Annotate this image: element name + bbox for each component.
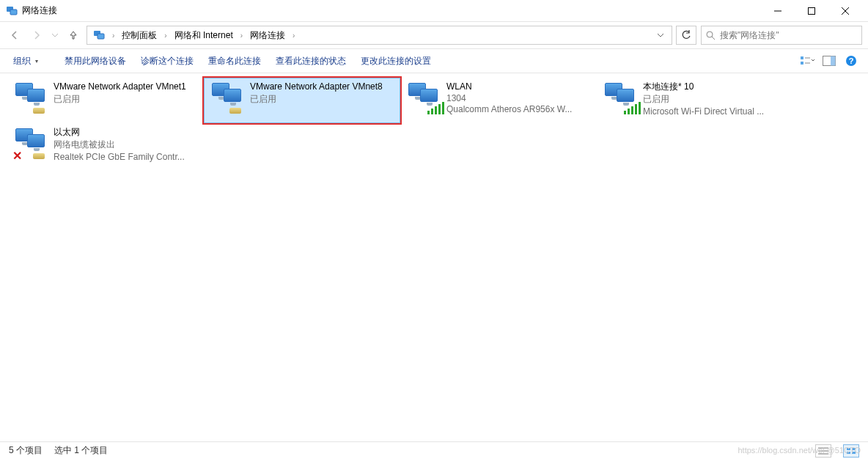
svg-line-9 — [712, 37, 715, 40]
back-button[interactable] — [6, 26, 23, 44]
search-icon — [706, 31, 716, 40]
view-options-button[interactable] — [798, 51, 817, 70]
maximize-button[interactable] — [795, 0, 828, 22]
breadcrumb-item[interactable]: 网络和 Internet — [172, 28, 236, 43]
svg-point-8 — [707, 32, 713, 37]
adapter-item[interactable]: VMware Network Adapter VMnet8已启用 — [204, 78, 400, 123]
adapter-item[interactable]: WLAN1304Qualcomm Atheros AR956x W... — [400, 78, 597, 123]
svg-rect-10 — [801, 56, 803, 59]
adapter-status: 已启用 — [250, 93, 383, 106]
svg-rect-21 — [847, 448, 850, 450]
selected-count: 选中 1 个项目 — [54, 444, 108, 457]
network-adapter-icon — [12, 81, 48, 117]
adapter-item[interactable]: 本地连接* 10已启用Microsoft Wi-Fi Direct Virtua… — [597, 78, 793, 123]
search-box[interactable] — [701, 26, 862, 45]
adapter-name: WLAN — [446, 81, 572, 92]
item-count: 5 个项目 — [9, 444, 43, 457]
svg-rect-22 — [852, 448, 856, 450]
svg-rect-23 — [847, 452, 850, 454]
breadcrumb-item[interactable]: 控制面板 — [119, 28, 160, 43]
minimize-button[interactable] — [761, 0, 795, 22]
address-bar[interactable]: › 控制面板 › 网络和 Internet › 网络连接 › — [87, 26, 672, 45]
adapter-item[interactable]: ✕以太网网络电缆被拔出Realtek PCIe GbE Family Contr… — [7, 123, 204, 169]
change-settings-button[interactable]: 更改此连接的设置 — [355, 52, 437, 70]
svg-text:?: ? — [849, 56, 854, 65]
adapter-name: VMware Network Adapter VMnet1 — [54, 81, 186, 92]
svg-rect-15 — [831, 56, 836, 66]
adapter-status: 网络电缆被拔出 — [54, 139, 185, 151]
command-bar: 组织 禁用此网络设备 诊断这个连接 重命名此连接 查看此连接的状态 更改此连接的… — [0, 48, 868, 73]
adapter-status: 已启用 — [54, 93, 186, 106]
svg-rect-3 — [809, 7, 815, 14]
chevron-right-icon[interactable]: › — [291, 32, 296, 40]
adapter-status: 已启用 — [643, 93, 764, 106]
chevron-right-icon[interactable]: › — [111, 32, 116, 40]
forward-button[interactable] — [28, 26, 45, 44]
network-adapter-icon: ✕ — [12, 127, 48, 162]
navbar: › 控制面板 › 网络和 Internet › 网络连接 › — [0, 22, 868, 48]
help-button[interactable]: ? — [842, 51, 861, 70]
svg-rect-11 — [801, 62, 803, 65]
chevron-right-icon[interactable]: › — [163, 32, 168, 40]
search-input[interactable] — [720, 30, 857, 40]
adapter-detail: Qualcomm Atheros AR956x W... — [446, 104, 572, 114]
location-icon — [93, 29, 105, 41]
details-view-button[interactable] — [815, 444, 831, 458]
network-adapter-icon — [405, 81, 441, 117]
up-button[interactable] — [65, 26, 82, 44]
adapter-detail: Microsoft Wi-Fi Direct Virtual ... — [643, 106, 764, 117]
adapter-list: VMware Network Adapter VMnet1已启用VMware N… — [0, 73, 868, 441]
svg-rect-24 — [852, 452, 856, 454]
adapter-item[interactable]: VMware Network Adapter VMnet1已启用 — [7, 78, 204, 123]
titlebar: 网络连接 — [0, 0, 868, 22]
svg-rect-7 — [98, 34, 104, 39]
window-title: 网络连接 — [22, 4, 761, 17]
diagnose-button[interactable]: 诊断这个连接 — [135, 52, 199, 70]
adapter-detail: Realtek PCIe GbE Family Contr... — [54, 152, 185, 162]
close-button[interactable] — [828, 0, 862, 22]
large-icons-view-button[interactable] — [843, 444, 859, 458]
adapter-name: 以太网 — [54, 127, 185, 138]
network-adapter-icon — [209, 81, 244, 117]
view-status-button[interactable]: 查看此连接的状态 — [270, 52, 352, 70]
rename-button[interactable]: 重命名此连接 — [202, 52, 267, 70]
adapter-status: 1304 — [446, 93, 572, 103]
address-dropdown[interactable] — [652, 32, 669, 39]
adapter-name: VMware Network Adapter VMnet8 — [250, 81, 383, 92]
organize-menu[interactable]: 组织 — [7, 52, 44, 70]
preview-pane-button[interactable] — [820, 51, 839, 70]
network-adapter-icon — [602, 81, 637, 117]
window-buttons — [761, 0, 862, 22]
svg-rect-1 — [10, 10, 17, 15]
recent-dropdown[interactable] — [50, 26, 60, 44]
status-bar: 5 个项目 选中 1 个项目 — [0, 441, 868, 459]
app-icon — [6, 5, 18, 17]
adapter-name: 本地连接* 10 — [643, 81, 764, 92]
breadcrumb-item[interactable]: 网络连接 — [247, 28, 288, 43]
disable-device-button[interactable]: 禁用此网络设备 — [59, 52, 132, 70]
refresh-button[interactable] — [676, 26, 696, 45]
chevron-right-icon[interactable]: › — [239, 32, 244, 40]
